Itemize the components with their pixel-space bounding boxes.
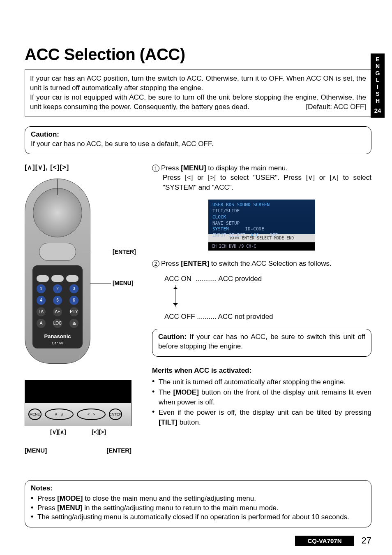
intro-box: If your car has an ACC position, turn th… — [25, 70, 371, 116]
note-3: The setting/adjusting menu is automatica… — [31, 513, 365, 522]
remote-dpad — [33, 188, 82, 237]
merits-section: Merits when ACC is activated: The unit i… — [152, 366, 371, 427]
caution-label: Caution: — [31, 130, 59, 138]
remote-enter-button — [39, 243, 76, 261]
updown-arrow-icon — [175, 285, 185, 307]
unit-keys-left: [∨][∧] — [50, 429, 66, 435]
osd-screenshot: USER RDS SOUND SCREEN TILT/SLIDE CLOCK N… — [208, 200, 315, 251]
page-footer: CQ-VA707N 27 — [25, 535, 371, 546]
page-title: ACC Selection (ACC) — [25, 45, 371, 64]
merits-title: Merits when ACC is activated: — [152, 367, 251, 374]
merit-2: The [MODE] button on the front of the di… — [152, 388, 371, 407]
notes-box: Notes: Press [MODE] to close the main me… — [25, 480, 371, 528]
caution-text: If your car has no ACC, be sure to use a… — [31, 140, 213, 148]
unit-menu-label: [MENU] — [25, 447, 47, 454]
unit-screen — [25, 380, 131, 403]
merit-3: Even if the power is off, the display un… — [152, 408, 371, 427]
left-column: [∧][∨], [<][>] 123 456 TAAFPTY ALOC⏏ Pan… — [25, 163, 144, 454]
page-number: 27 — [362, 535, 371, 546]
merit-1: The unit is turned off automatically aft… — [152, 377, 371, 387]
menu-callout: [MENU] — [113, 280, 134, 286]
section-number: 24 — [371, 107, 385, 114]
unit-keys-right: [<][>] — [92, 429, 106, 435]
remote-subbrand: Car AV — [25, 341, 90, 345]
remote-brand: Panasonic — [25, 333, 90, 339]
step-2: 2Press [ENTER] to switch the ACC Selecti… — [152, 259, 371, 268]
step-num-1: 1 — [152, 165, 159, 172]
acc-state-diagram: ACC ON ........... ACC provided ACC OFF … — [164, 274, 371, 321]
step-1-detail: Press [<] or [>] to select "USER". Press… — [152, 173, 371, 192]
default-label: [Default: ACC OFF] — [306, 102, 366, 112]
nav-keys-label: [∧][∨], [<][>] — [25, 163, 144, 171]
caution-box-mid: Caution: If your car has no ACC, be sure… — [152, 329, 371, 357]
head-unit-figure: MENU ∨ ∧ < > ENTER [∨][∧] [<][>] [MENU] … — [25, 380, 131, 454]
step-num-2: 2 — [152, 260, 159, 267]
unit-panel: MENU ∨ ∧ < > ENTER — [25, 403, 131, 426]
intro-p2: If your car is not equipped with ACC, be… — [30, 93, 366, 112]
caution-box-top: Caution: If your car has no ACC, be sure… — [25, 126, 371, 154]
remote-figure: 123 456 TAAFPTY ALOC⏏ Panasonic Car AV [… — [25, 179, 144, 364]
unit-enter-label: [ENTER] — [106, 447, 131, 454]
language-letters: ENGLISH — [371, 56, 385, 104]
note-2: Press [MENU] in the setting/adjusting me… — [31, 504, 365, 513]
note-1: Press [MODE] to close the main menu and … — [31, 494, 365, 504]
notes-title: Notes: — [31, 484, 53, 492]
step-1: 1Press [MENU] to display the main menu. … — [152, 163, 371, 192]
manual-page: ENGLISH 24 ACC Selection (ACC) If your c… — [0, 0, 392, 555]
right-column: 1Press [MENU] to display the main menu. … — [144, 163, 371, 454]
model-badge: CQ-VA707N — [295, 536, 354, 546]
enter-callout: [ENTER] — [113, 248, 136, 255]
intro-p1: If your car has an ACC position, turn th… — [30, 74, 366, 93]
remote-body: 123 456 TAAFPTY ALOC⏏ Panasonic Car AV — [25, 179, 90, 364]
language-tab: ENGLISH 24 — [371, 53, 385, 118]
